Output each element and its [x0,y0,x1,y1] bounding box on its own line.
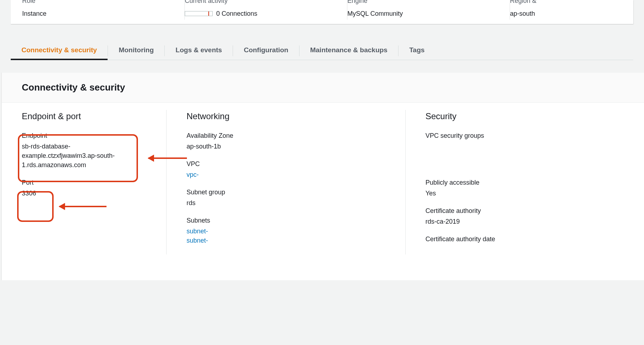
tab-bar: Connectivity & securityMonitoringLogs & … [11,42,633,60]
tab-maintenance-backups[interactable]: Maintenance & backups [299,42,398,60]
port-label: Port [22,179,146,186]
summary-col-region: Region & ap-south [510,0,551,18]
security-heading: Security [426,111,624,121]
tab-monitoring[interactable]: Monitoring [108,42,164,60]
field-az: Availability Zone ap-south-1b [187,132,385,151]
subnet-group-label: Subnet group [187,189,385,196]
summary-col-role: Role Instance [22,0,185,18]
vpc-link[interactable]: vpc- [187,171,199,178]
endpoint-port-heading: Endpoint & port [22,111,146,121]
public-value: Yes [426,189,624,198]
field-subnets: Subnets subnet- subnet- [187,217,385,245]
az-label: Availability Zone [187,132,385,140]
az-value: ap-south-1b [187,142,385,151]
summary-role-value: Instance [22,10,170,18]
tab-logs-events[interactable]: Logs & events [165,42,233,60]
public-label: Publicly accessible [426,179,624,186]
summary-role-label: Role [22,0,170,5]
field-ca: Certificate authority rds-ca-2019 [426,207,624,226]
summary-activity-label: Current activity [185,0,333,5]
summary-activity-value: 0 Connections [185,10,333,18]
field-vpc-sg: VPC security groups [426,132,624,140]
subnets-label: Subnets [187,217,385,224]
col-networking: Networking Availability Zone ap-south-1b… [166,110,405,254]
port-value: 3306 [22,189,146,198]
field-ca-date: Certificate authority date [426,235,624,243]
subnet-link[interactable]: subnet- [187,237,208,244]
summary-col-engine: Engine MySQL Community [347,0,510,18]
summary-activity-text: 0 Connections [216,10,257,18]
details-tabs: Connectivity & securityMonitoringLogs & … [11,42,633,60]
tab-configuration[interactable]: Configuration [233,42,299,60]
vpc-label: VPC [187,160,385,168]
summary-engine-label: Engine [347,0,496,5]
col-endpoint-port: Endpoint & port Endpoint sb-rds-database… [2,110,166,254]
field-public: Publicly accessible Yes [426,179,624,198]
connections-meter-icon [185,11,213,16]
endpoint-value: sb-rds-database-example.ctzxfjwawim3.ap-… [22,142,129,170]
summary-region-value: ap-south [510,10,536,18]
field-vpc: VPC vpc- [187,160,385,179]
summary-region-label: Region & [510,0,536,5]
summary-col-activity: Current activity 0 Connections [185,0,347,18]
ca-date-label: Certificate authority date [426,235,624,243]
subnet-group-value: rds [187,198,385,208]
ca-label: Certificate authority [426,207,624,215]
panel-body: Endpoint & port Endpoint sb-rds-database… [2,103,644,258]
summary-engine-value: MySQL Community [347,10,496,18]
panel-header: Connectivity & security [2,73,644,103]
tab-connectivity-security[interactable]: Connectivity & security [11,42,108,60]
field-port: Port 3306 [22,179,146,198]
connectivity-panel: Connectivity & security Endpoint & port … [2,73,644,280]
field-subnet-group: Subnet group rds [187,189,385,208]
subnet-link[interactable]: subnet- [187,228,208,235]
tab-tags[interactable]: Tags [398,42,435,60]
col-security: Security VPC security groups Publicly ac… [405,110,644,254]
ca-value: rds-ca-2019 [426,217,624,226]
vpc-sg-label: VPC security groups [426,132,624,140]
instance-summary-card: Role Instance Current activity 0 Connect… [11,0,633,24]
networking-heading: Networking [187,111,385,121]
endpoint-label: Endpoint [22,132,146,140]
panel-title: Connectivity & security [22,82,624,93]
field-endpoint: Endpoint sb-rds-database-example.ctzxfjw… [22,132,146,170]
